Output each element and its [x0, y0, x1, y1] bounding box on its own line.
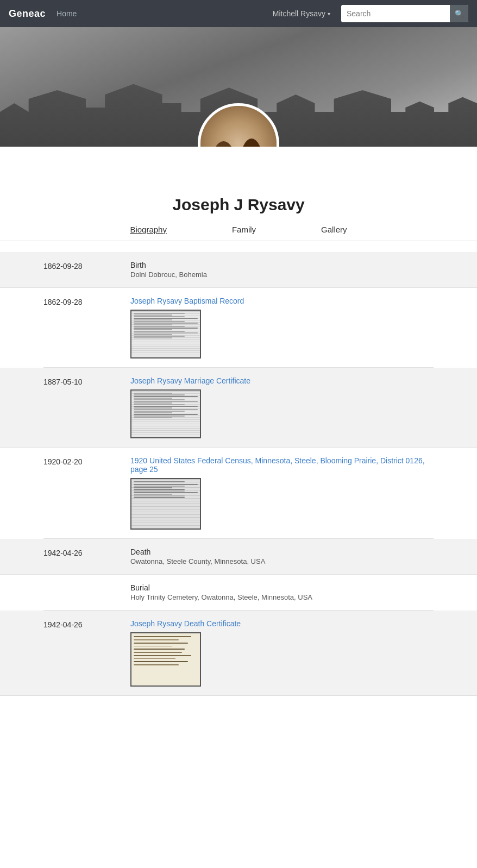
timeline-date: 1920-02-20 — [43, 456, 130, 530]
baptism-link[interactable]: Joseph Rysavy Baptismal Record — [130, 297, 434, 305]
timeline-content: Joseph Rysavy Baptismal Record — [130, 297, 434, 358]
timeline-content: Joseph Rysavy Marriage Certificate — [130, 376, 434, 438]
nav-brand[interactable]: Geneac — [9, 8, 46, 20]
doc-thumbnail — [130, 632, 201, 687]
timeline-row-marriage: 1887-05-10 Joseph Rysavy Marriage Certif… — [0, 368, 477, 448]
timeline-row-death: 1942-04-26 Death Owatonna, Steele County… — [0, 539, 477, 575]
tabs-container: Biography Family Gallery — [0, 225, 477, 241]
nav-user-dropdown[interactable]: Mitchell Rysavy ▾ — [273, 9, 330, 18]
search-button[interactable]: 🔍 — [450, 5, 468, 22]
timeline-row-census: 1920-02-20 1920 United States Federal Ce… — [43, 448, 434, 539]
profile-name: Joseph J Rysavy — [0, 196, 477, 214]
doc-thumbnail — [130, 478, 201, 530]
doc-thumbnail — [130, 310, 201, 358]
timeline: 1862-09-28 Birth Dolni Dobrouc, Bohemia … — [0, 252, 477, 696]
timeline-row-birth: 1862-09-28 Birth Dolni Dobrouc, Bohemia — [0, 252, 477, 288]
nav-home-link[interactable]: Home — [57, 9, 77, 18]
timeline-content: Joseph Rysavy Death Certificate — [130, 619, 434, 687]
census-link[interactable]: 1920 United States Federal Census, Minne… — [130, 456, 434, 474]
timeline-row-death-cert: 1942-04-26 Joseph Rysavy Death Certifica… — [0, 611, 477, 696]
event-title: Burial — [130, 583, 434, 592]
timeline-row-baptism: 1862-09-28 Joseph Rysavy Baptismal Recor… — [43, 288, 434, 368]
event-title: Birth — [130, 261, 434, 269]
event-title: Death — [130, 548, 434, 556]
timeline-date: 1887-05-10 — [43, 376, 130, 438]
profile-section: Joseph J Rysavy Biography Family Gallery — [0, 147, 477, 247]
timeline-date — [43, 583, 130, 601]
timeline-content: 1920 United States Federal Census, Minne… — [130, 456, 434, 530]
doc-thumbnail — [130, 389, 201, 438]
search-box: 🔍 — [341, 5, 468, 22]
caret-icon: ▾ — [328, 11, 330, 17]
search-icon: 🔍 — [455, 10, 464, 18]
timeline-date: 1862-09-28 — [43, 261, 130, 279]
timeline-content: Death Owatonna, Steele County, Minnesota… — [130, 548, 434, 565]
timeline-date: 1862-09-28 — [43, 297, 130, 358]
timeline-content: Birth Dolni Dobrouc, Bohemia — [130, 261, 434, 279]
event-sub: Owatonna, Steele County, Minnesota, USA — [130, 557, 434, 565]
tab-gallery[interactable]: Gallery — [321, 225, 347, 236]
tab-family[interactable]: Family — [232, 225, 256, 236]
timeline-date: 1942-04-26 — [43, 619, 130, 687]
hero-banner — [0, 27, 477, 147]
event-sub: Holy Trinity Cemetery, Owatonna, Steele,… — [130, 593, 434, 601]
avatar — [198, 103, 279, 147]
timeline-content: Burial Holy Trinity Cemetery, Owatonna, … — [130, 583, 434, 601]
event-sub: Dolni Dobrouc, Bohemia — [130, 271, 434, 279]
marriage-link[interactable]: Joseph Rysavy Marriage Certificate — [130, 376, 434, 385]
timeline-date: 1942-04-26 — [43, 548, 130, 565]
tab-biography[interactable]: Biography — [130, 225, 167, 236]
death-cert-link[interactable]: Joseph Rysavy Death Certificate — [130, 619, 434, 628]
search-input[interactable] — [341, 5, 450, 22]
navbar: Geneac Home Mitchell Rysavy ▾ 🔍 — [0, 0, 477, 27]
nav-user-label: Mitchell Rysavy — [273, 9, 325, 18]
timeline-row-burial: Burial Holy Trinity Cemetery, Owatonna, … — [43, 575, 434, 611]
